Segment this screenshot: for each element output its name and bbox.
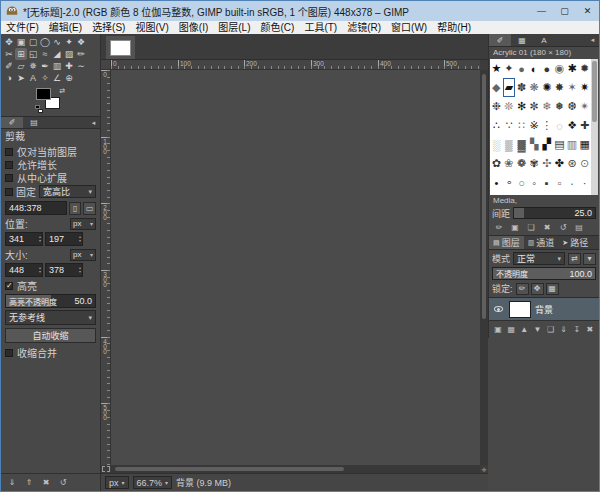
move-tool[interactable]: ✥ xyxy=(3,36,15,48)
vertical-ruler[interactable]: 0100200300400500 xyxy=(101,70,111,465)
brush-cell[interactable]: ∙ xyxy=(566,173,579,192)
brush-cell[interactable]: ▦ xyxy=(578,135,591,154)
pencil-tool[interactable]: ✏ xyxy=(75,48,87,60)
fuzzy-select-tool[interactable]: ✦ xyxy=(63,36,75,48)
rectangle-select-tool[interactable]: ▢ xyxy=(27,36,39,48)
menu-item-file[interactable]: 文件(F) xyxy=(1,21,44,34)
image-tab[interactable] xyxy=(106,36,135,59)
brush-cell[interactable]: ◌ xyxy=(553,116,566,135)
brush-cell[interactable]: ✺ xyxy=(541,78,554,97)
brush-cell[interactable]: ✴ xyxy=(578,97,591,116)
delete-layer-icon[interactable]: ✖ xyxy=(585,323,595,336)
unified-transform-tool[interactable]: ◱ xyxy=(27,48,39,60)
brush-cell[interactable]: ∵ xyxy=(503,116,516,135)
titlebar[interactable]: *[无标题]-2.0 (RGB 颜色 8 位伽马整数, GIMP built-i… xyxy=(1,1,599,21)
layer-opacity-slider[interactable]: 不透明度 100.0 xyxy=(492,267,596,280)
brush-cell[interactable]: ▰ xyxy=(503,78,516,97)
merge-down-icon[interactable]: ⇓ xyxy=(559,323,569,336)
scrollbar-thumb[interactable] xyxy=(482,74,486,319)
brush-cell[interactable]: ▚ xyxy=(528,135,541,154)
brush-cell[interactable]: ✸ xyxy=(553,78,566,97)
select-by-color-tool[interactable]: ❖ xyxy=(75,36,87,48)
aspect-ratio-input[interactable]: 448:378 xyxy=(5,201,67,215)
size-width-field[interactable]: 448 xyxy=(5,263,43,277)
paintbrush-tool[interactable]: ✐ xyxy=(3,60,15,72)
warp-tool[interactable]: ≈ xyxy=(39,48,51,60)
refresh-brushes-icon[interactable]: ↺ xyxy=(556,221,570,234)
eraser-tool[interactable]: ▱ xyxy=(15,60,27,72)
raise-layer-icon[interactable]: ▲ xyxy=(519,323,529,336)
brush-cell[interactable]: • xyxy=(490,173,503,192)
brush-cell[interactable]: ▫ xyxy=(553,173,566,192)
horizontal-ruler[interactable]: 0100200300400500 xyxy=(111,60,480,70)
brush-cell[interactable]: ※ xyxy=(528,116,541,135)
new-brush-icon[interactable]: ▣ xyxy=(508,221,522,234)
brush-cell[interactable]: ⊙ xyxy=(578,154,591,173)
duplicate-layer-icon[interactable]: ❏ xyxy=(546,323,556,336)
switch-mode-group-icon[interactable]: ⇄ xyxy=(568,253,581,265)
scrollbar-thumb[interactable] xyxy=(115,467,344,471)
swap-colors-icon[interactable]: ⇄ xyxy=(59,87,65,94)
zoom-tool[interactable]: ⊕ xyxy=(63,72,75,84)
zoom-dropdown[interactable]: 66.7% xyxy=(133,476,173,489)
menu-item-help[interactable]: 帮助(H) xyxy=(432,21,476,34)
spinner-arrows-icon[interactable] xyxy=(39,235,41,242)
auto-shrink-button[interactable]: 自动收缩 xyxy=(5,328,96,343)
brush-cell[interactable]: ▥ xyxy=(566,135,579,154)
smudge-tool[interactable]: ∼ xyxy=(75,60,87,72)
brush-cell[interactable]: ❄ xyxy=(541,97,554,116)
measure-tool[interactable]: ∠ xyxy=(51,72,63,84)
horizontal-scrollbar[interactable] xyxy=(111,465,480,473)
lower-layer-icon[interactable]: ▼ xyxy=(532,323,542,336)
size-unit-dropdown[interactable]: px xyxy=(70,249,96,261)
brush-scrollbar[interactable] xyxy=(591,59,598,195)
size-height-field[interactable]: 378 xyxy=(45,263,83,277)
tab-tool-options[interactable]: ✐ xyxy=(1,117,23,128)
spinner-arrows-icon[interactable] xyxy=(79,235,81,242)
menu-item-colors[interactable]: 颜色(C) xyxy=(256,21,300,34)
vertical-scrollbar[interactable] xyxy=(480,70,488,465)
landscape-icon[interactable]: ▭ xyxy=(83,202,96,215)
edit-brush-icon[interactable]: ✏ xyxy=(492,221,506,234)
option-highlight[interactable]: 高亮 xyxy=(5,279,96,292)
scissors-select-tool[interactable]: ✂ xyxy=(3,48,15,60)
brush-cell[interactable]: ❋ xyxy=(528,78,541,97)
lock-alpha-icon[interactable]: ▦ xyxy=(546,283,559,295)
tab-fonts[interactable]: A xyxy=(533,34,555,46)
menu-item-select[interactable]: 选择(S) xyxy=(87,21,130,34)
delete-brush-icon[interactable]: ✖ xyxy=(540,221,554,234)
brush-cell[interactable]: ▞ xyxy=(541,135,554,154)
menu-item-view[interactable]: 视图(V) xyxy=(130,21,173,34)
brush-cell[interactable]: ✣ xyxy=(541,154,554,173)
reset-tool-options-icon[interactable]: ↺ xyxy=(56,476,70,489)
tab-brushes[interactable]: ✐ xyxy=(489,34,511,46)
spinner-arrows-icon[interactable] xyxy=(79,266,81,273)
text-tool[interactable]: A xyxy=(27,72,39,84)
brush-cell[interactable]: ❀ xyxy=(503,154,516,173)
menu-item-image[interactable]: 图像(I) xyxy=(174,21,213,34)
position-y-field[interactable]: 197 xyxy=(45,232,83,246)
menu-item-tools[interactable]: 工具(T) xyxy=(299,21,342,34)
brush-cell[interactable]: ∷ xyxy=(515,116,528,135)
brush-cell[interactable]: ▤ xyxy=(553,135,566,154)
reset-colors-icon[interactable] xyxy=(35,105,43,113)
brush-cell[interactable]: ● xyxy=(515,59,528,78)
brush-spacing-slider[interactable]: 25.0 xyxy=(513,207,596,219)
brush-cell[interactable]: ◐ xyxy=(528,59,541,78)
brush-cell[interactable]: ⊛ xyxy=(566,154,579,173)
unit-dropdown[interactable]: px xyxy=(105,476,129,489)
tab-paths[interactable]: ➤路径 xyxy=(558,236,592,249)
brush-cell[interactable]: ⋮ xyxy=(541,116,554,135)
tab-layers[interactable]: ▤图层 xyxy=(489,236,524,249)
guides-dropdown[interactable]: 无参考线 xyxy=(5,310,96,325)
brush-cell[interactable]: ✻ xyxy=(515,97,528,116)
tab-channels[interactable]: ▥通道 xyxy=(524,236,559,249)
layer-visibility-toggle[interactable] xyxy=(492,303,505,316)
brush-cell[interactable]: ● xyxy=(541,59,554,78)
save-tool-preset-icon[interactable]: ⇓ xyxy=(5,476,19,489)
canvas[interactable] xyxy=(111,70,480,465)
portrait-icon[interactable]: ▯ xyxy=(69,202,82,215)
ellipse-select-tool[interactable]: ◯ xyxy=(39,36,51,48)
brush-cell[interactable]: ✼ xyxy=(528,97,541,116)
foreground-color-swatch[interactable] xyxy=(36,88,51,100)
